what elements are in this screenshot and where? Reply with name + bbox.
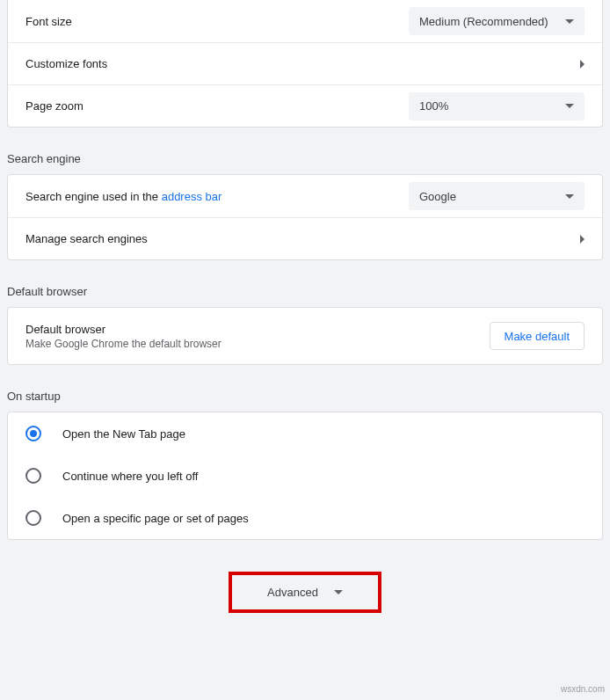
startup-card: Open the New Tab page Continue where you… <box>7 412 603 540</box>
advanced-toggle[interactable]: Advanced <box>229 572 381 613</box>
caret-down-icon <box>565 104 574 108</box>
font-size-row: Font size Medium (Recommended) <box>8 0 602 42</box>
caret-down-icon <box>334 590 343 594</box>
section-title-search-engine: Search engine <box>7 152 610 165</box>
appearance-card: Font size Medium (Recommended) Customize… <box>7 0 603 128</box>
search-engine-value: Google <box>419 190 456 203</box>
default-browser-sub: Make Google Chrome the default browser <box>25 338 490 350</box>
advanced-label: Advanced <box>267 586 318 599</box>
default-browser-text: Default browser Make Google Chrome the d… <box>25 323 490 350</box>
font-size-select[interactable]: Medium (Recommended) <box>409 7 585 35</box>
startup-option-label: Open a specific page or set of pages <box>62 512 249 525</box>
caret-down-icon <box>565 19 574 24</box>
startup-option-specific[interactable]: Open a specific page or set of pages <box>8 497 602 539</box>
startup-option-continue[interactable]: Continue where you left off <box>8 455 602 497</box>
page-zoom-select[interactable]: 100% <box>409 92 585 120</box>
section-title-default-browser: Default browser <box>7 285 610 298</box>
radio-icon[interactable] <box>25 468 41 484</box>
page-zoom-row: Page zoom 100% <box>8 84 602 127</box>
arrow-right-icon <box>580 60 585 69</box>
startup-option-label: Open the New Tab page <box>62 427 185 441</box>
page-zoom-value: 100% <box>419 99 448 113</box>
search-engine-select[interactable]: Google <box>409 182 585 210</box>
font-size-value: Medium (Recommended) <box>419 15 548 28</box>
manage-search-engines-row[interactable]: Manage search engines <box>8 217 602 259</box>
customize-fonts-label: Customize fonts <box>25 57 580 70</box>
address-bar-link[interactable]: address bar <box>162 190 222 203</box>
manage-search-engines-label: Manage search engines <box>25 232 580 245</box>
startup-option-new-tab[interactable]: Open the New Tab page <box>8 412 602 455</box>
radio-icon[interactable] <box>25 426 41 441</box>
page-zoom-label: Page zoom <box>25 99 409 113</box>
default-browser-card: Default browser Make Google Chrome the d… <box>7 307 603 365</box>
font-size-label: Font size <box>25 15 409 28</box>
default-browser-label: Default browser <box>25 323 490 336</box>
caret-down-icon <box>565 194 574 199</box>
arrow-right-icon <box>580 235 585 244</box>
radio-icon[interactable] <box>25 510 41 526</box>
startup-option-label: Continue where you left off <box>62 470 198 483</box>
customize-fonts-row[interactable]: Customize fonts <box>8 42 602 84</box>
search-engine-label-prefix: Search engine used in the <box>25 190 162 203</box>
search-engine-label: Search engine used in the address bar <box>25 190 409 203</box>
search-engine-card: Search engine used in the address bar Go… <box>7 174 603 260</box>
make-default-button[interactable]: Make default <box>490 322 585 350</box>
search-engine-row: Search engine used in the address bar Go… <box>8 175 602 217</box>
advanced-container: Advanced <box>0 572 610 648</box>
default-browser-row: Default browser Make Google Chrome the d… <box>8 308 602 364</box>
section-title-on-startup: On startup <box>7 390 610 403</box>
